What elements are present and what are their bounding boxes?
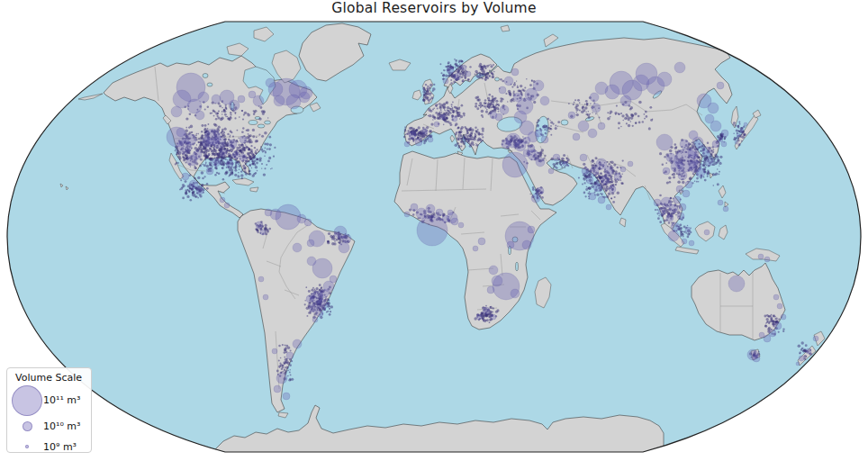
reservoir-bubble xyxy=(723,206,728,212)
reservoir-bubble xyxy=(656,134,673,150)
reservoir-bubble xyxy=(171,106,182,117)
reservoir-bubble xyxy=(764,335,771,342)
reservoir-bubble xyxy=(272,348,277,354)
reservoir-bubble xyxy=(447,67,454,74)
reservoir-bubble xyxy=(229,100,240,111)
great-slave-lake xyxy=(207,83,212,86)
reservoir-bubble xyxy=(654,199,661,206)
reservoir-bubble xyxy=(590,167,599,176)
reservoir-bubble xyxy=(541,136,548,143)
reservoir-bubble xyxy=(593,183,602,192)
reservoir-bubble xyxy=(489,266,498,275)
reservoir-bubble xyxy=(240,154,247,161)
reservoir-bubble xyxy=(799,356,804,361)
reservoir-bubble xyxy=(220,149,227,157)
reservoir-bubble xyxy=(426,204,435,213)
reservoir-bubble xyxy=(580,154,587,161)
reservoir-bubble xyxy=(312,317,318,322)
reservoir-bubble xyxy=(740,129,744,132)
reservoir-bubble xyxy=(540,96,549,105)
reservoir-bubble xyxy=(522,240,531,249)
reservoir-bubble xyxy=(220,197,225,203)
reservoir-bubble xyxy=(196,187,203,194)
reservoir-bubble xyxy=(813,336,818,341)
reservoir-bubble xyxy=(309,230,325,247)
reservoir-bubble xyxy=(592,104,601,113)
reservoir-bubble xyxy=(528,226,535,233)
reservoir-bubble xyxy=(330,276,337,283)
reservoir-bubble xyxy=(668,230,679,241)
reservoir-bubble xyxy=(598,196,605,203)
reservoir-bubble xyxy=(411,203,418,211)
reservoir-bubble xyxy=(721,130,728,137)
reservoir-bubble xyxy=(276,373,287,384)
reservoir-bubble xyxy=(189,180,198,189)
reservoir-bubble xyxy=(404,212,410,217)
reservoir-bubble xyxy=(657,72,672,86)
reservoir-bubble xyxy=(773,294,779,300)
reservoir-bubble xyxy=(663,167,670,175)
reservoir-bubble xyxy=(461,65,466,70)
reservoir-bubble xyxy=(598,122,605,130)
reservoir-bubble xyxy=(685,227,691,232)
reservoir-bubble xyxy=(744,122,747,126)
reservoir-bubble xyxy=(588,129,597,138)
reservoir-bubble xyxy=(680,140,689,149)
legend-symbol-cell xyxy=(11,385,43,416)
reservoir-bubble xyxy=(195,111,204,120)
reservoir-bubble xyxy=(500,105,509,114)
reservoir-bubble xyxy=(764,257,770,262)
reservoir-bubble xyxy=(434,122,439,127)
reservoir-bubble xyxy=(443,78,448,84)
reservoir-bubble xyxy=(563,161,568,167)
reservoir-bubble xyxy=(671,222,680,231)
reservoir-bubble xyxy=(595,82,608,95)
legend-circle-1e10 xyxy=(23,421,32,431)
legend-row: 10⁹ m³ xyxy=(11,437,87,456)
reservoir-bubble xyxy=(502,152,528,177)
reservoir-bubble xyxy=(678,171,687,180)
reservoir-bubble xyxy=(504,77,513,86)
reservoir-bubble xyxy=(590,93,599,102)
reservoir-bubble xyxy=(523,137,530,144)
reservoir-bubble xyxy=(536,158,545,167)
great-lakes xyxy=(265,121,271,124)
reservoir-bubble xyxy=(679,203,686,211)
reservoir-bubble xyxy=(666,214,674,221)
reservoir-bubble xyxy=(274,385,281,393)
reservoir-bubble xyxy=(263,294,268,300)
reservoir-bubble xyxy=(428,137,433,142)
reservoir-bubble xyxy=(491,314,496,320)
reservoir-bubble xyxy=(492,276,502,286)
reservoir-bubble xyxy=(620,167,626,172)
reservoir-bubble xyxy=(256,221,263,229)
reservoir-bubble xyxy=(537,187,544,194)
reservoir-bubble xyxy=(573,133,580,140)
legend-row: 10¹⁰ m³ xyxy=(11,416,87,437)
reservoir-bubble xyxy=(674,62,685,73)
reservoir-bubble xyxy=(224,203,230,208)
reservoir-bubble xyxy=(685,181,692,188)
reservoir-bubble xyxy=(212,95,221,104)
reservoir-bubble xyxy=(688,148,699,158)
reservoir-bubble xyxy=(476,314,482,320)
reservoir-bubble xyxy=(689,240,694,246)
reservoir-bubble xyxy=(286,352,294,359)
reservoir-bubble xyxy=(502,140,511,149)
reservoir-bubble xyxy=(777,303,782,309)
reservoir-bubble xyxy=(666,153,675,162)
reservoir-bubble xyxy=(415,139,422,146)
reservoir-bubble xyxy=(513,93,522,102)
reservoir-bubble xyxy=(596,158,607,169)
reservoir-bubble xyxy=(454,73,461,80)
reservoir-bubble xyxy=(316,310,323,317)
world-map xyxy=(0,0,868,461)
legend-title: Volume Scale xyxy=(15,372,87,384)
reservoir-bubble xyxy=(283,393,290,400)
reservoir-bubble xyxy=(604,167,613,176)
reservoir-bubble xyxy=(620,95,631,106)
reservoir-bubble xyxy=(769,330,776,337)
reservoir-bubble xyxy=(458,222,464,228)
reservoir-bubble xyxy=(759,332,764,338)
reservoir-bubble xyxy=(286,95,301,109)
